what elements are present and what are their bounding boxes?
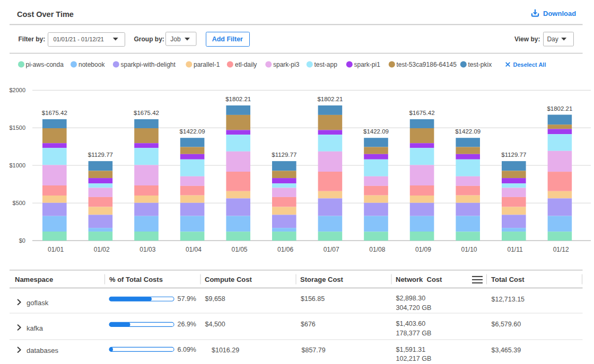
svg-text:$1129.77: $1129.77 — [501, 152, 526, 158]
svg-text:$1000: $1000 — [9, 162, 25, 168]
svg-text:01/01/21 - 01/12/21: 01/01/21 - 01/12/21 — [54, 36, 104, 42]
svg-text:6.09%: 6.09% — [178, 346, 196, 353]
svg-text:$1802.21: $1802.21 — [317, 96, 343, 102]
svg-text:$6,579.60: $6,579.60 — [492, 321, 521, 328]
svg-text:Add Filter: Add Filter — [212, 35, 243, 43]
svg-text:Namespace: Namespace — [15, 276, 53, 283]
svg-text:57.9%: 57.9% — [178, 295, 196, 303]
svg-text:spark-pi3: spark-pi3 — [273, 61, 300, 68]
svg-text:$2,898.30: $2,898.30 — [396, 295, 426, 302]
svg-text:Download: Download — [543, 10, 576, 17]
svg-text:spark-pi1: spark-pi1 — [354, 61, 381, 68]
svg-text:databases: databases — [27, 347, 58, 354]
svg-text:pi-aws-conda: pi-aws-conda — [26, 61, 64, 68]
svg-text:$156.85: $156.85 — [301, 295, 325, 303]
svg-text:Filter by:: Filter by: — [19, 35, 46, 43]
svg-text:26.9%: 26.9% — [178, 321, 196, 328]
svg-text:$3,465.39: $3,465.39 — [492, 347, 521, 354]
svg-text:$857.79: $857.79 — [302, 347, 326, 354]
svg-text:$1129.77: $1129.77 — [272, 152, 296, 158]
svg-text:$1,403.60: $1,403.60 — [396, 320, 426, 327]
svg-text:304,720 GB: 304,720 GB — [396, 304, 432, 312]
svg-text:$1675.42: $1675.42 — [134, 110, 159, 116]
svg-text:$1422.09: $1422.09 — [180, 128, 205, 135]
svg-text:01/01: 01/01 — [48, 246, 64, 253]
svg-text:etl-daily: etl-daily — [235, 61, 257, 68]
svg-text:$1129.77: $1129.77 — [88, 152, 113, 158]
svg-text:01/07: 01/07 — [324, 246, 339, 253]
svg-text:Storage Cost: Storage Cost — [300, 276, 344, 283]
svg-text:$1422.09: $1422.09 — [455, 128, 481, 135]
svg-text:01/05: 01/05 — [231, 246, 247, 253]
svg-text:01/11: 01/11 — [508, 246, 523, 253]
svg-text:test-app: test-app — [315, 61, 338, 68]
svg-text:102,217 GB: 102,217 GB — [396, 355, 432, 362]
svg-text:01/02: 01/02 — [94, 246, 110, 253]
svg-text:178,377 GB: 178,377 GB — [396, 330, 432, 337]
svg-text:$1500: $1500 — [9, 125, 25, 131]
svg-text:Job: Job — [170, 35, 181, 43]
svg-text:Compute Cost: Compute Cost — [205, 276, 252, 283]
svg-text:$1675.42: $1675.42 — [42, 110, 67, 116]
svg-text:$1422.09: $1422.09 — [363, 128, 389, 135]
svg-text:$1675.42: $1675.42 — [409, 110, 435, 116]
svg-text:$1802.21: $1802.21 — [225, 96, 251, 102]
svg-text:01/08: 01/08 — [369, 246, 385, 253]
svg-text:Deselect All: Deselect All — [513, 61, 546, 68]
svg-text:test-pkix: test-pkix — [468, 61, 492, 68]
svg-text:Network Cost: Network Cost — [396, 276, 442, 283]
svg-text:01/04: 01/04 — [186, 246, 202, 253]
svg-text:01/12: 01/12 — [553, 246, 569, 253]
svg-text:Total Cost: Total Cost — [491, 276, 525, 283]
svg-text:sparkpi-with-delight: sparkpi-with-delight — [121, 61, 176, 68]
svg-text:$500: $500 — [13, 200, 25, 206]
svg-text:01/03: 01/03 — [139, 246, 155, 253]
svg-text:01/09: 01/09 — [415, 246, 431, 253]
svg-text:goflask: goflask — [27, 299, 49, 307]
svg-text:$676: $676 — [301, 321, 316, 328]
svg-text:$12,713.15: $12,713.15 — [492, 296, 525, 303]
svg-text:test-53ca9186-64145: test-53ca9186-64145 — [397, 61, 457, 68]
svg-text:$0: $0 — [19, 237, 25, 244]
svg-text:01/06: 01/06 — [277, 246, 293, 253]
svg-text:notebook: notebook — [78, 61, 105, 68]
svg-text:View by:: View by: — [514, 35, 540, 43]
svg-text:$1,591.31: $1,591.31 — [396, 346, 426, 353]
svg-text:parallel-1: parallel-1 — [194, 61, 220, 68]
svg-text:Group by:: Group by: — [134, 35, 164, 43]
svg-text:$2000: $2000 — [9, 87, 25, 93]
svg-text:kafka: kafka — [27, 324, 43, 332]
svg-text:% of Total Costs: % of Total Costs — [109, 276, 163, 283]
svg-text:01/10: 01/10 — [461, 246, 477, 253]
svg-text:$9,658: $9,658 — [205, 295, 225, 303]
svg-text:$1016.29: $1016.29 — [212, 347, 239, 354]
svg-text:$4,500: $4,500 — [205, 321, 225, 328]
svg-text:$1802.21: $1802.21 — [547, 105, 572, 112]
svg-text:Cost Over Time: Cost Over Time — [17, 10, 74, 19]
svg-text:Day: Day — [547, 35, 558, 43]
